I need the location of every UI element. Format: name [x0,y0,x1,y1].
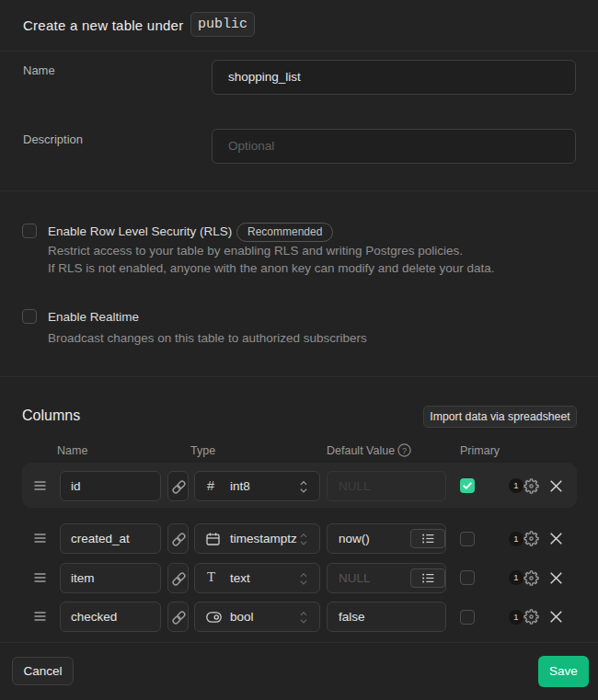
svg-text:?: ? [402,446,407,455]
